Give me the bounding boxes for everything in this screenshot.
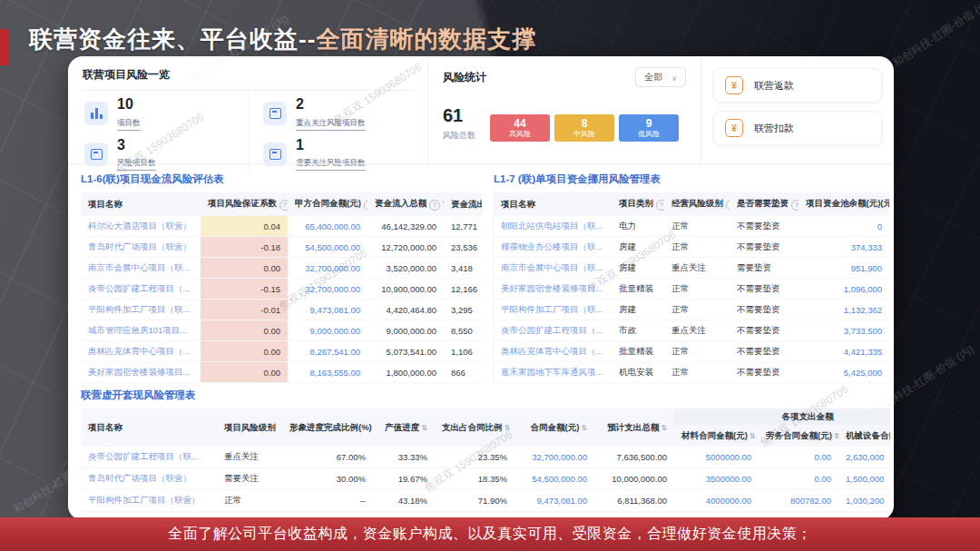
project-name-link[interactable]: 槿葆物业办公楼项目（联... xyxy=(494,237,612,258)
project-name-link[interactable]: 美好家园宿舍楼装修项目... xyxy=(81,362,201,383)
outflow-total-cell: 3,418 xyxy=(444,258,482,279)
stat-text: 3 风险项目数 xyxy=(117,138,156,172)
sort-icon[interactable] xyxy=(659,422,667,432)
labor-amount-cell[interactable]: 800782.00 xyxy=(759,490,838,512)
project-name-link[interactable]: 嘉禾家园地下车库通风项... xyxy=(494,362,612,383)
risk-coefficient-cell: 0.04 xyxy=(201,216,288,237)
action-button[interactable]: 联营返款 xyxy=(713,68,882,103)
project-name-link[interactable]: 平阳构件加工厂项目（联营） xyxy=(81,490,217,512)
project-name-link[interactable]: 炎帝公园扩建工程项目（联... xyxy=(81,447,217,468)
misuse-table-block: L1-7 (联)单项目资金挪用风险管理表 项目名称 项目类别 经营风险级别 是否… xyxy=(493,172,889,383)
col-header-expense-contract-ratio[interactable]: 支出占合同比例 xyxy=(435,408,514,447)
material-amount-cell[interactable]: 5000000.00 xyxy=(674,447,759,468)
contract-amount-cell[interactable]: 9,473,081.00 xyxy=(288,300,368,320)
col-header-estimated-expense-total[interactable]: 预计支出总额 xyxy=(594,408,674,447)
project-name-link[interactable]: 奥林匹克体育中心项目（... xyxy=(494,341,612,362)
material-amount-cell[interactable]: 4000000.00 xyxy=(674,490,759,512)
contract-amount-cell[interactable]: 54,500,000.00 xyxy=(514,468,594,490)
project-name-link[interactable]: 炎帝公园扩建工程项目（... xyxy=(81,279,201,300)
contract-amount-cell[interactable]: 32,700,000.00 xyxy=(288,258,368,279)
stat-value: 3 xyxy=(117,138,156,153)
stat-label: 重点关注风险项目数 xyxy=(296,118,366,131)
col-header-material-contract-amount[interactable]: 材料合同金额(元) xyxy=(674,425,759,447)
project-name-link[interactable]: 城市管理应急房101项目... xyxy=(81,320,201,341)
risk-coefficient-cell: -0.15 xyxy=(201,279,288,300)
labor-amount-cell[interactable]: 0.00 xyxy=(759,447,838,468)
contract-amount-cell[interactable]: 32,700,000.00 xyxy=(514,447,594,468)
cashflow-table-row: 青岛时代广场项目（联营） -0.18 54,500,000.00 12,720,… xyxy=(81,237,482,258)
contract-amount-cell[interactable]: 9,473,081.00 xyxy=(514,490,594,512)
operation-risk-level-cell: 正常 xyxy=(664,362,730,383)
risk-coefficient-cell: 0.00 xyxy=(201,258,288,279)
col-header-inflow-total[interactable]: 资金流入总额 xyxy=(368,192,444,216)
cashout-table-row: 炎帝公园扩建工程项目（联... 重点关注 67.00% 33.33% 23.35… xyxy=(81,447,890,468)
advance-required-cell: 不需要垫资 xyxy=(730,320,799,341)
col-header-labor-contract-amount[interactable]: 劳务合同金额(元) xyxy=(759,425,838,447)
operation-risk-level-cell: 正常 xyxy=(664,300,730,320)
col-header-contract-amount[interactable]: 合同金额(元) xyxy=(514,408,594,447)
contract-amount-cell[interactable]: 65,400,000.00 xyxy=(288,216,368,237)
advance-required-cell: 不需要垫资 xyxy=(730,300,799,320)
cashflow-table-row: 南京市会展中心项目（联... 0.00 32,700,000.00 3,520,… xyxy=(81,258,482,279)
contract-amount-cell[interactable]: 8,163,555.00 xyxy=(288,362,368,383)
project-name-link[interactable]: 南京市会展中心项目（联... xyxy=(494,258,612,279)
fund-pool-balance-cell[interactable]: 1,096,000 xyxy=(799,279,889,300)
risk-badge: 8 中风险 xyxy=(554,114,614,142)
contract-amount-cell[interactable]: 32,700,000.00 xyxy=(288,279,368,300)
fund-pool-balance-cell[interactable]: 374,333 xyxy=(799,237,889,258)
project-name-link[interactable]: 平阳构件加工厂项目（联... xyxy=(81,300,201,320)
project-name-link[interactable]: 青岛时代广场项目（联营） xyxy=(81,468,217,490)
fund-pool-balance-cell[interactable]: 5,425,000 xyxy=(799,362,889,383)
material-amount-cell[interactable]: 3500000.00 xyxy=(674,468,759,490)
operation-risk-level-cell: 正常 xyxy=(664,216,730,237)
col-header-project-name: 项目名称 xyxy=(81,192,201,216)
fund-pool-balance-cell[interactable]: 0 xyxy=(799,216,889,237)
footer-banner: 全面了解公司平台收益构成，资金账户构成、以及真实可用、受限资金，合理做好资金使用… xyxy=(0,517,980,551)
sort-icon[interactable] xyxy=(579,422,587,432)
inflow-total-cell: 9,000,000.00 xyxy=(368,320,444,341)
help-icon xyxy=(726,200,730,211)
cashout-table-block: 联营虚开套现风险管理表 项目名称 项目风险级别 形象进度完成比例(%) 产值进度… xyxy=(81,389,890,512)
project-name-link[interactable]: 炎帝公园扩建工程项目（... xyxy=(494,320,612,341)
col-header-risk-coefficient[interactable]: 项目风险保证系数 xyxy=(201,192,288,216)
col-header-output-progress[interactable]: 产值进度 xyxy=(373,408,435,447)
project-name-link[interactable]: 奥林匹克体育中心项目（... xyxy=(81,341,201,362)
fund-pool-balance-cell[interactable]: 1,132,362 xyxy=(799,300,889,320)
contract-amount-cell[interactable]: 9,000,000.00 xyxy=(288,320,368,341)
project-name-link[interactable]: 朝阳北站供电站项目（联... xyxy=(494,216,612,237)
labor-amount-cell[interactable]: 0.00 xyxy=(759,468,838,490)
operation-risk-level-cell: 正常 xyxy=(664,237,730,258)
project-name-link[interactable]: 青岛时代广场项目（联营） xyxy=(81,237,201,258)
col-header-contract-amount[interactable]: 甲方合同金额(元) xyxy=(288,192,368,216)
project-category-cell: 电力 xyxy=(612,216,664,237)
sort-icon[interactable] xyxy=(748,430,756,440)
fund-pool-balance-cell[interactable]: 4,421,335 xyxy=(799,341,889,362)
outflow-total-cell: 866 xyxy=(444,362,482,383)
col-header-operation-risk-level: 经营风险级别 xyxy=(664,192,730,216)
project-name-link[interactable]: 美好家园宿舍楼装修项目... xyxy=(494,279,612,300)
fund-pool-balance-cell[interactable]: 951,900 xyxy=(799,258,889,279)
sort-icon[interactable] xyxy=(832,430,838,440)
filter-dropdown[interactable]: 全部 xyxy=(635,67,686,87)
misuse-table-row: 美好家园宿舍楼装修项目... 批量精装 正常 不需要垫资 1,096,000 xyxy=(494,279,889,300)
sort-icon[interactable] xyxy=(419,422,427,432)
fund-pool-balance-cell[interactable]: 3,733,500 xyxy=(799,320,889,341)
cashout-table: 项目名称 项目风险级别 形象进度完成比例(%) 产值进度 支出占合同比例 合同金… xyxy=(81,408,890,512)
help-icon xyxy=(279,200,288,211)
project-name-link[interactable]: 平阳构件加工厂项目（联... xyxy=(494,300,612,320)
sort-icon[interactable] xyxy=(503,422,511,432)
contract-amount-cell[interactable]: 54,500,000.00 xyxy=(288,237,368,258)
stat-label: 风险项目数 xyxy=(117,158,156,171)
help-icon xyxy=(364,200,368,211)
inflow-total-cell: 5,073,541.00 xyxy=(368,341,444,362)
contract-amount-cell[interactable]: 8,267,541.00 xyxy=(288,341,368,362)
cashout-table-row: 平阳构件加工厂项目（联营） 正常 -- 43.18% 71.90% 9,473,… xyxy=(81,490,890,512)
risk-stats-header: 风险统计 全部 xyxy=(443,67,686,87)
project-name-link[interactable]: 科尔沁大酒店项目（联营） xyxy=(81,216,201,237)
action-button[interactable]: 联营扣款 xyxy=(713,111,882,145)
sort-icon[interactable] xyxy=(440,198,444,208)
inflow-total-cell: 1,800,000.00 xyxy=(368,362,444,383)
project-name-link[interactable]: 南京市会展中心项目（联... xyxy=(81,258,201,279)
cashflow-table-row: 美好家园宿舍楼装修项目... 0.00 8,163,555.00 1,800,0… xyxy=(81,362,482,383)
advance-required-cell: 不需要垫资 xyxy=(730,279,799,300)
